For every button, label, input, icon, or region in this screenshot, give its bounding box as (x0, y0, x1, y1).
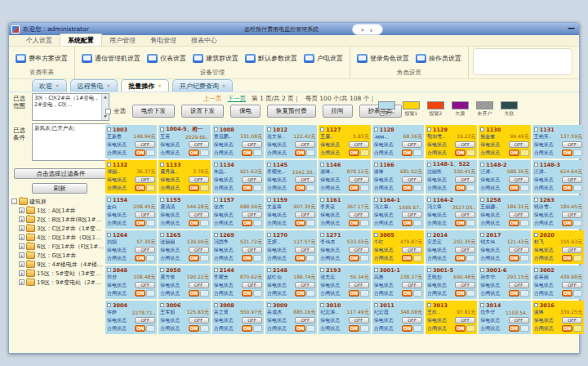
switch-on-button[interactable]: ON (509, 325, 519, 332)
meter-card[interactable]: 1148-3 汪涛.. 624.64元 保电状态 OFF 合闸状态 ON (532, 160, 584, 194)
ribbon-button[interactable]: 户电设置 (301, 52, 346, 65)
tree-node[interactable]: + 4区：D区1#井（D区1… (11, 233, 110, 242)
batch-action-button[interactable]: 设置下发 (181, 105, 224, 118)
meter-card[interactable]: 3009 吴成杰 885.16元 保电状态 OFF 合闸状态 ON (265, 301, 317, 334)
card-checkbox[interactable] (534, 268, 538, 272)
expand-icon[interactable]: + (19, 243, 24, 249)
switch-on-button[interactable]: ON (189, 290, 199, 297)
protect-off-button[interactable]: OFF (455, 247, 475, 253)
protect-off-button[interactable]: OFF (135, 176, 155, 183)
meter-card[interactable]: 1164-2 冯立章 3527.05.. 保电状态 OFF 合闸状态 ON (425, 195, 477, 229)
switch-on-button[interactable]: ON (562, 220, 572, 226)
meter-card[interactable]: 3008 吴之翼 550.97元 保电状态 OFF 合闸状态 ON (212, 301, 264, 334)
protect-off-button[interactable]: OFF (509, 282, 529, 288)
switch-on-button[interactable]: ON (402, 290, 412, 297)
switch-on-button[interactable]: ON (295, 325, 305, 332)
switch-on-button[interactable]: ON (402, 185, 412, 191)
card-checkbox[interactable] (160, 127, 164, 132)
protect-off-button[interactable]: OFF (295, 141, 315, 148)
card-checkbox[interactable] (214, 233, 218, 237)
switch-on-button[interactable]: ON (402, 150, 412, 156)
expand-icon[interactable]: + (19, 208, 24, 213)
protect-off-button[interactable]: OFF (562, 141, 582, 148)
protect-off-button[interactable]: OFF (509, 176, 529, 183)
switch-on-button[interactable]: ON (562, 290, 572, 297)
card-checkbox[interactable] (320, 127, 324, 132)
tree-node[interactable]: + 1区：A区1#井 (11, 206, 110, 215)
switch-on-button[interactable]: ON (455, 290, 466, 297)
protect-off-button[interactable]: OFF (189, 282, 209, 288)
tree-node[interactable]: + 19区：9#变电站（2#… (11, 278, 110, 287)
meter-card[interactable]: 1132 谭丽.. 36.37元 保电状态 OFF 合闸状态 ON (105, 160, 157, 194)
card-checkbox[interactable] (480, 163, 484, 167)
tree-node[interactable]: + 2区：B区1#井(B区1#… (11, 215, 110, 224)
protect-off-button[interactable]: OFF (242, 176, 262, 183)
protect-off-button[interactable]: OFF (295, 317, 315, 324)
meter-card[interactable]: 2193 张先宏. 59.34元 保电状态 OFF 合闸状态 ON (318, 266, 370, 299)
meter-card[interactable]: 1012 张文保.. 122.42元 保电状态 OFF 合闸状态 ON (265, 125, 317, 158)
card-checkbox[interactable] (427, 127, 431, 132)
meter-card[interactable]: 1154 金白 208.45元 保电状态 OFF 合闸状态 ON (105, 195, 157, 229)
card-checkbox[interactable] (374, 127, 378, 132)
expand-icon[interactable]: + (19, 279, 24, 285)
card-checkbox[interactable] (267, 127, 271, 132)
card-checkbox[interactable] (107, 163, 111, 167)
next-page-link[interactable]: 下一页 (228, 95, 247, 103)
protect-off-button[interactable]: OFF (295, 247, 315, 253)
meter-card[interactable]: 1008 曹温鹏.. 331.08元 保电状态 OFF 合闸状态 ON (212, 125, 264, 158)
meter-card[interactable]: 3001-5 王晓彤 690.48元 保电状态 OFF 合闸状态 ON (425, 266, 477, 299)
card-checkbox[interactable] (267, 303, 271, 307)
expand-icon[interactable]: + (19, 216, 24, 222)
card-checkbox[interactable] (534, 127, 538, 132)
switch-on-button[interactable]: ON (402, 220, 412, 226)
protect-off-button[interactable]: OFF (455, 212, 475, 218)
card-checkbox[interactable] (107, 127, 111, 132)
batch-action-button[interactable]: 恢复预付费 (267, 105, 316, 118)
protect-off-button[interactable]: OFF (242, 247, 262, 253)
switch-on-button[interactable]: ON (135, 220, 145, 226)
switch-on-button[interactable]: ON (189, 150, 199, 156)
switch-on-button[interactable]: ON (349, 290, 359, 297)
protect-off-button[interactable]: OFF (189, 212, 209, 218)
card-checkbox[interactable] (267, 268, 271, 272)
meter-card[interactable]: 1166 谢琳 681.52元 保电状态 OFF 合闸状态 ON (372, 160, 424, 194)
prev-page-link[interactable]: 上一页 (203, 95, 222, 103)
switch-on-button[interactable]: ON (295, 220, 305, 226)
meter-card[interactable]: 1258 王丽娜.. 184.31元 保电状态 OFF 合闸状态 ON (479, 195, 530, 229)
tree-node[interactable]: + 6区：F区1#井（F区1#… (11, 242, 110, 251)
meter-card[interactable]: 2014 安思宏 202.35元 保电状态 OFF 合闸状态 ON (425, 230, 477, 264)
protect-off-button[interactable]: OFF (402, 212, 422, 218)
tree-node[interactable]: + 9区：4#楼电井（4#楼… (11, 260, 110, 269)
switch-on-button[interactable]: ON (349, 255, 359, 261)
switch-on-button[interactable]: ON (242, 150, 252, 156)
meter-card[interactable]: 2048 郑舒 108.48元 保电状态 OFF 合闸状态 ON (105, 266, 157, 299)
menu-tab[interactable]: 用户管理 (102, 34, 143, 46)
switch-on-button[interactable]: ON (349, 150, 359, 156)
tab-close-icon[interactable]: ✕ (222, 83, 226, 88)
protect-off-button[interactable]: OFF (402, 282, 422, 288)
card-checkbox[interactable] (427, 233, 431, 237)
card-checkbox[interactable] (160, 198, 164, 202)
meter-card[interactable]: 1131 王艳芳.. 137.59元 保电状态 OFF 合闸状态 ON (532, 125, 584, 158)
protect-off-button[interactable]: OFF (562, 176, 582, 183)
card-checkbox[interactable] (480, 233, 484, 237)
tab-close-icon[interactable]: ✕ (56, 83, 60, 88)
card-checkbox[interactable] (107, 268, 111, 272)
card-checkbox[interactable] (214, 163, 218, 167)
protect-off-button[interactable]: OFF (562, 212, 582, 218)
tab-close-icon[interactable]: ✕ (107, 83, 111, 88)
protect-off-button[interactable]: OFF (349, 247, 369, 253)
switch-on-button[interactable]: ON (135, 150, 145, 156)
switch-on-button[interactable]: ON (242, 220, 252, 226)
menu-tab[interactable]: 售电管理 (143, 34, 184, 46)
meter-card[interactable]: 3010 纪宏涛.. 117.49元 保电状态 OFF 合闸状态 ON (318, 301, 370, 334)
meter-card[interactable]: 1130 焦金敏 99.49元 保电状态 OFF 合闸状态 ON (479, 125, 530, 158)
card-checkbox[interactable] (374, 268, 378, 272)
meter-card[interactable]: 1157 张杰 688.99元 保电状态 OFF 合闸状态 ON (212, 195, 264, 229)
switch-on-button[interactable]: ON (455, 255, 466, 261)
protect-off-button[interactable]: OFF (402, 317, 422, 324)
protect-off-button[interactable]: OFF (562, 282, 582, 288)
ribbon-button[interactable]: 通信管理机设置 (78, 52, 144, 65)
switch-on-button[interactable]: ON (455, 220, 466, 226)
protect-off-button[interactable]: OFF (349, 317, 369, 324)
